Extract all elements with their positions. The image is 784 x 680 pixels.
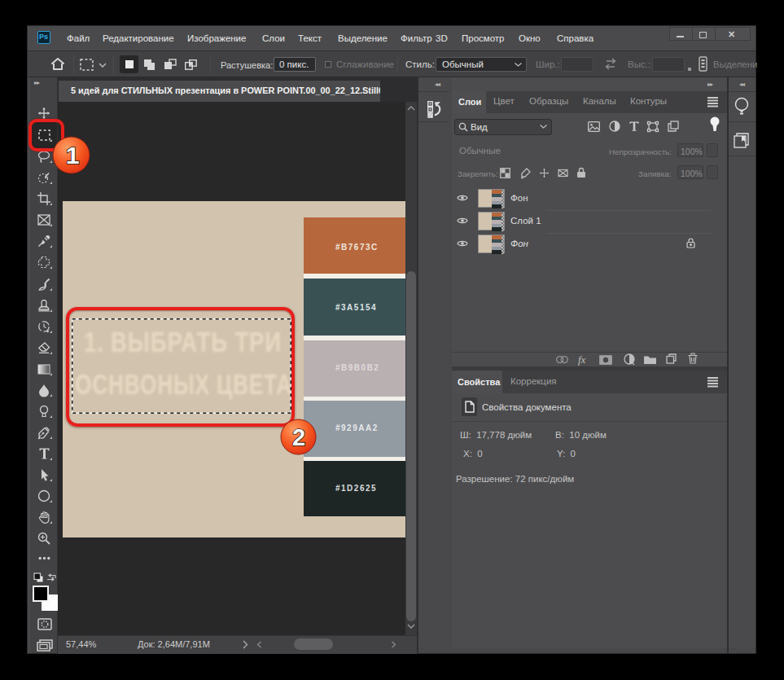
svg-text:1: 1 (66, 142, 80, 169)
svg-text:2: 2 (292, 424, 305, 450)
